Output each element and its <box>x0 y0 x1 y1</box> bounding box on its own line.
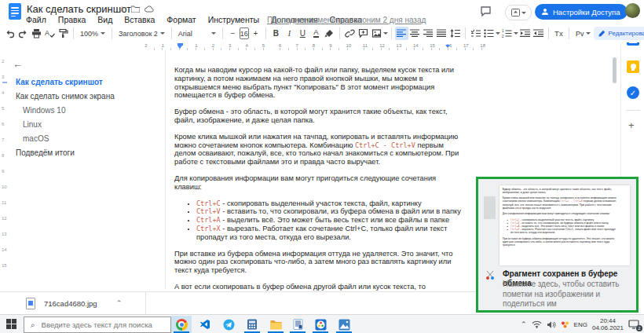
notification-body[interactable]: Нажмите здесь, чтобы оставить пометки на… <box>503 280 635 309</box>
align-justify-icon[interactable] <box>435 27 448 40</box>
paint-format-icon[interactable] <box>57 27 70 40</box>
add-addon-icon[interactable]: + <box>628 119 635 131</box>
font-size-input[interactable]: 16 <box>240 27 249 39</box>
color-app-icon[interactable] <box>310 316 331 333</box>
clock-time: 20:44 <box>592 317 624 324</box>
document-body[interactable]: Когда мы наводим курсор на какой-то файл… <box>174 66 463 308</box>
clear-formatting-icon[interactable]: Tx <box>552 27 565 40</box>
print-icon[interactable] <box>30 27 43 40</box>
share-settings-label: Настройки Доступа <box>553 8 620 16</box>
downloaded-file-chip[interactable]: 716cad4680.jpg ⌃ <box>0 292 146 314</box>
align-left-icon[interactable] <box>395 27 408 40</box>
screenshot-thumbnail[interactable]: Буфер обмена - это область, в которой мо… <box>499 185 630 265</box>
language-indicator[interactable]: ENG <box>574 321 587 328</box>
snip-notification[interactable]: Буфер обмена - это область, в которой мо… <box>476 177 639 313</box>
keep-icon[interactable] <box>627 60 639 73</box>
svg-text:2: 2 <box>502 35 504 38</box>
line-spacing-icon[interactable] <box>448 27 462 40</box>
paragraph-style-select[interactable]: Заголовок 2 <box>115 30 168 38</box>
star-icon[interactable]: ☆ <box>119 5 126 13</box>
bulleted-list-caret-icon[interactable] <box>496 32 500 35</box>
highlight-color-icon[interactable] <box>323 27 336 40</box>
clock-date: 04.06.2021 <box>592 324 624 331</box>
action-center-icon[interactable]: 2 <box>628 320 639 329</box>
insert-link-icon[interactable] <box>343 27 357 40</box>
snip-sketch-icon <box>485 270 495 280</box>
photos-icon[interactable] <box>334 316 354 333</box>
numbered-list-caret-icon[interactable] <box>514 32 518 35</box>
menu-insert[interactable]: Вставка <box>124 15 155 24</box>
undo-icon[interactable] <box>3 27 16 40</box>
font-size-decrease-icon[interactable]: − <box>226 27 240 40</box>
start-button[interactable] <box>6 319 17 330</box>
close-outline-icon[interactable]: ← <box>13 58 23 70</box>
editing-mode-label: Редактирова... <box>608 30 644 37</box>
zoom-select[interactable]: 100% <box>77 30 108 38</box>
search-input[interactable] <box>40 320 161 330</box>
move-folder-icon[interactable] <box>131 5 140 13</box>
chrome-icon[interactable] <box>171 316 192 333</box>
bulleted-list-icon[interactable] <box>482 27 496 40</box>
panel-divider <box>626 110 640 111</box>
taskbar-search[interactable]: ⌕ <box>24 317 171 333</box>
insert-image-icon[interactable] <box>370 27 383 40</box>
paragraph: Когда мы наводим курсор на какой-то файл… <box>174 66 463 100</box>
editing-mode-button[interactable]: Редактирова... <box>594 27 644 40</box>
align-center-icon[interactable] <box>408 27 422 40</box>
increase-indent-icon[interactable] <box>532 27 545 40</box>
google-docs-icon[interactable] <box>9 3 21 20</box>
image-file-icon <box>26 298 35 309</box>
font-select[interactable]: Arial <box>175 30 219 38</box>
italic-icon[interactable]: I <box>283 27 296 40</box>
tray-app-icon[interactable] <box>561 320 569 329</box>
volume-icon[interactable] <box>547 320 556 329</box>
calculator-icon[interactable] <box>242 316 262 333</box>
input-tools-button[interactable]: Pv <box>573 30 595 38</box>
spellcheck-icon[interactable]: A <box>43 27 57 40</box>
present-button[interactable] <box>505 5 532 20</box>
decrease-indent-icon[interactable] <box>518 27 532 40</box>
menu-format[interactable]: Формат <box>166 15 196 24</box>
outline-item-2[interactable]: Как сделать снимок экрана <box>0 90 165 104</box>
writer-document-icon[interactable] <box>287 316 308 333</box>
right-indent-marker[interactable] <box>445 45 450 48</box>
outline-item-6[interactable]: Подведём итоги <box>0 146 165 160</box>
insert-image-caret-icon[interactable] <box>383 32 388 35</box>
last-edit-link[interactable]: Последнее изменение: аноним 2 дня назад <box>267 16 426 24</box>
menu-edit[interactable]: Правка <box>58 15 86 24</box>
left-indent-marker[interactable] <box>177 43 183 49</box>
underline-icon[interactable]: U <box>296 27 309 40</box>
tray-chevron-icon[interactable]: ⌃ <box>521 320 527 328</box>
numbered-list-icon[interactable]: 12 <box>500 27 514 40</box>
text-color-icon[interactable]: A <box>309 27 323 40</box>
telegram-icon[interactable] <box>218 316 239 333</box>
document-title[interactable]: Как сделать скриншот <box>27 3 131 15</box>
redo-icon[interactable] <box>16 27 30 40</box>
outline-item-5[interactable]: macOS <box>0 132 165 146</box>
taskbar-clock[interactable]: 20:44 04.06.2021 <box>592 317 624 331</box>
outline-item-3[interactable]: Windows 10 <box>0 104 165 118</box>
add-comment-icon[interactable] <box>357 27 370 40</box>
checklist-icon[interactable] <box>469 27 482 40</box>
outline-item-1[interactable]: Как сделать скриншот <box>0 75 165 90</box>
pencil-icon <box>598 30 606 37</box>
cloud-status-icon[interactable] <box>145 5 154 13</box>
thumbnail-content: Буфер обмена - это область, в которой мо… <box>499 185 621 252</box>
file-explorer-icon[interactable] <box>265 316 286 333</box>
file-options-caret-icon[interactable]: ⌃ <box>116 299 123 307</box>
tasks-icon[interactable]: ✓ <box>627 86 639 99</box>
font-size-increase-icon[interactable]: + <box>249 27 262 40</box>
outline-item-4[interactable]: Linux <box>0 118 165 132</box>
menu-tools[interactable]: Инструменты <box>208 15 259 24</box>
comments-icon[interactable] <box>480 5 492 17</box>
vscode-icon[interactable] <box>195 316 215 333</box>
list-item: Ctrl+X - вырезать. Работает как сочетани… <box>196 225 463 242</box>
document-scrollbar[interactable] <box>613 57 617 83</box>
align-right-icon[interactable] <box>422 27 435 40</box>
bold-icon[interactable]: B <box>269 27 283 40</box>
menu-view[interactable]: Вид <box>97 15 112 24</box>
share-settings-button[interactable]: Настройки Доступа <box>535 4 628 20</box>
account-avatar[interactable] <box>625 3 640 18</box>
menu-file[interactable]: Файл <box>26 15 46 24</box>
wifi-icon[interactable] <box>532 320 542 328</box>
